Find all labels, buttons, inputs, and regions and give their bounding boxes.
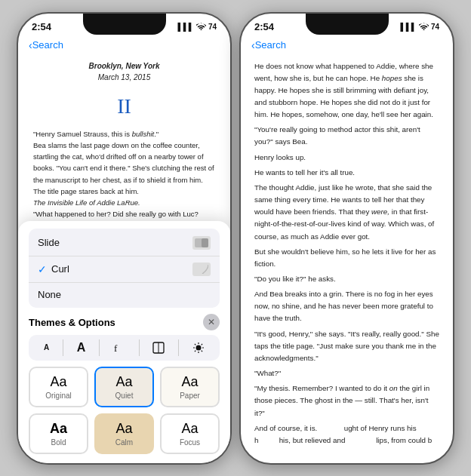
theme-paper-aa: Aa [169, 374, 211, 390]
theme-original-label: Original [38, 392, 79, 400]
font-controls: A A f [29, 335, 220, 361]
nav-bar-right[interactable]: ‹ Search [241, 38, 453, 54]
wifi-icon-right [419, 23, 429, 32]
slide-icon [192, 236, 211, 250]
svg-line-13 [202, 343, 202, 344]
theme-paper-label: Paper [169, 392, 211, 400]
brightness-icon[interactable] [188, 339, 209, 356]
theme-paper[interactable]: Aa Paper [160, 367, 220, 407]
theme-focus-aa: Aa [169, 421, 211, 437]
nav-bar-left[interactable]: ‹ Search [18, 38, 230, 54]
font-style-button[interactable]: f [109, 339, 130, 356]
svg-text:f: f [114, 342, 118, 354]
signal-icon-right: ▌▌▌ [401, 23, 417, 31]
slide-options-menu: Slide ✓ Curl None [29, 229, 220, 308]
theme-focus-label: Focus [169, 438, 211, 447]
wifi-icon [196, 23, 206, 32]
slide-option-curl-label: Curl [51, 263, 192, 275]
book-icon[interactable] [148, 339, 169, 356]
svg-rect-1 [202, 238, 208, 247]
nav-back-label-left[interactable]: Search [32, 39, 63, 51]
theme-quiet-label: Quiet [103, 392, 145, 400]
status-icons-left: ▌▌▌ 74 [178, 23, 217, 32]
slide-option-slide-label: Slide [38, 237, 60, 248]
font-divider-3 [139, 339, 140, 356]
svg-line-14 [195, 350, 195, 351]
slide-option-none[interactable]: None [29, 283, 220, 306]
theme-bold-aa: Aa [38, 421, 79, 437]
theme-bold-label: Bold [38, 438, 79, 447]
close-button[interactable]: ✕ [203, 314, 220, 330]
theme-calm-label: Calm [103, 438, 145, 447]
book-chapter: II [33, 90, 215, 122]
battery-icon-right: 74 [431, 23, 439, 31]
svg-line-11 [195, 343, 195, 344]
themes-header: Themes & Options ✕ [29, 314, 220, 330]
theme-quiet-aa: Aa [103, 374, 145, 390]
themes-label: Themes & Options [29, 317, 115, 328]
battery-icon: 74 [208, 23, 217, 31]
font-divider-1 [63, 339, 63, 356]
check-icon: ✓ [38, 263, 47, 275]
theme-calm[interactable]: Aa Calm [94, 413, 154, 454]
slide-option-curl[interactable]: ✓ Curl [29, 256, 220, 283]
theme-original[interactable]: Aa Original [29, 367, 88, 407]
svg-point-6 [195, 345, 201, 350]
overlay-panel: Slide ✓ Curl None [18, 221, 230, 463]
svg-line-12 [202, 350, 202, 351]
themes-title: Themes & Options [29, 315, 115, 329]
theme-calm-aa: Aa [103, 421, 145, 437]
theme-original-aa: Aa [38, 374, 79, 390]
curl-icon [192, 263, 211, 276]
slide-option-none-label: None [38, 289, 61, 300]
font-small-button[interactable]: A [39, 342, 54, 353]
notch [83, 14, 166, 35]
notch-right [306, 14, 389, 35]
theme-grid: Aa Original Aa Quiet Aa Paper Aa Bold Aa [29, 367, 220, 454]
left-phone: 2:54 ▌▌▌ 74 ‹ Search Brooklyn, New York … [17, 12, 232, 465]
status-time-left: 2:54 [32, 21, 51, 32]
nav-back-label-right[interactable]: Search [255, 39, 286, 51]
font-large-button[interactable]: A [72, 339, 91, 356]
status-time-right: 2:54 [254, 21, 274, 32]
font-divider-4 [178, 339, 179, 356]
book-location: Brooklyn, New York March 13, 2015 [33, 60, 215, 84]
signal-icon: ▌▌▌ [178, 23, 194, 31]
right-phone: 2:54 ▌▌▌ 74 ‹ Search He does not know wh… [239, 12, 454, 465]
theme-focus[interactable]: Aa Focus [160, 413, 220, 454]
status-icons-right: ▌▌▌ 74 [401, 23, 439, 32]
phones-container: 2:54 ▌▌▌ 74 ‹ Search Brooklyn, New York … [17, 12, 454, 465]
theme-quiet[interactable]: Aa Quiet [94, 367, 154, 407]
font-divider-2 [99, 339, 100, 356]
right-book-content: He does not know what happened to Addie,… [241, 54, 453, 447]
slide-option-slide[interactable]: Slide [29, 230, 220, 256]
theme-bold[interactable]: Aa Bold [29, 413, 88, 454]
